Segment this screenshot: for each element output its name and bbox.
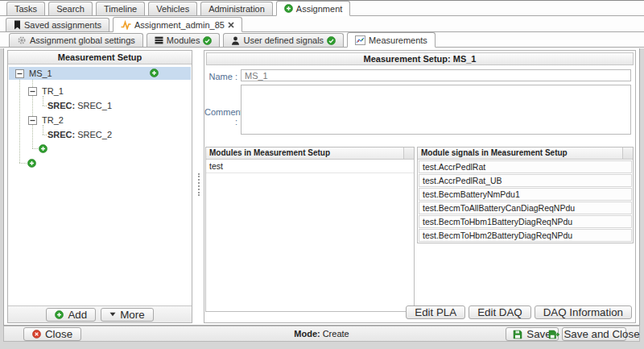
daq-information-button[interactable]: DAQ Information bbox=[535, 305, 632, 319]
signal-list-item[interactable]: test.AccrPedlRat bbox=[419, 160, 632, 173]
measurements-page: Measurement Setup MS_1 TR_1 S bbox=[3, 48, 640, 326]
tree-node-tr1[interactable]: TR_1 bbox=[28, 85, 64, 98]
module-signals-list: Module signals in Measurement Setup test… bbox=[417, 147, 634, 243]
footer-bar: Close Mode:Create Save Save and Close bbox=[3, 326, 640, 342]
signals-list-header: Module signals in Measurement Setup bbox=[418, 147, 633, 160]
main-tabbar: Tasks Search Timeline Vehicles Administr… bbox=[0, 1, 644, 16]
tree-node-srec2[interactable]: SREC: SREC_2 bbox=[47, 128, 112, 141]
tab-modules[interactable]: Modules bbox=[147, 33, 221, 47]
tree-node-srec1[interactable]: SREC: SREC_1 bbox=[47, 99, 112, 112]
assignment-sub-tabbar: Assignment global settings Modules User … bbox=[0, 32, 644, 48]
measurement-setup-panel-title: Measurement Setup bbox=[8, 51, 192, 64]
list-header-corner bbox=[403, 147, 414, 159]
save-and-close-button[interactable]: Save and Close bbox=[562, 327, 626, 341]
tab-timeline[interactable]: Timeline bbox=[96, 2, 145, 15]
tree-connector bbox=[43, 106, 47, 106]
tab-vehicles[interactable]: Vehicles bbox=[148, 2, 197, 15]
measurement-setup-detail-panel: Measurement Setup: MS_1 Name : Comment :… bbox=[204, 50, 636, 323]
tab-user-defined-signals[interactable]: User defined signals bbox=[223, 33, 344, 47]
measurement-setup-panel: Measurement Setup MS_1 TR_1 S bbox=[7, 50, 192, 323]
panel-splitter[interactable] bbox=[194, 50, 204, 323]
modules-list: Modules in Measurement Setup test bbox=[205, 147, 415, 312]
collapse-icon[interactable] bbox=[28, 116, 37, 125]
measurement-setup-tree: MS_1 TR_1 SREC: SREC_1 TR_2 SREC: SREC_2 bbox=[8, 65, 192, 305]
detail-panel-title: Measurement Setup: MS_1 bbox=[206, 52, 634, 65]
tab-measurements[interactable]: Measurements bbox=[347, 32, 436, 48]
tab-search[interactable]: Search bbox=[48, 2, 93, 15]
comment-input[interactable] bbox=[241, 85, 631, 135]
signal-list-item[interactable]: test.BecmToHbm1BatteryDiagReqNPdu bbox=[419, 215, 632, 228]
plus-circle-icon bbox=[284, 4, 293, 13]
tree-connector bbox=[32, 148, 38, 149]
collapse-icon[interactable] bbox=[28, 87, 37, 96]
tree-node-tr2[interactable]: TR_2 bbox=[28, 114, 64, 127]
document-tabbar: Saved assignments Assignment_admin_85 bbox=[0, 16, 644, 32]
add-circle-icon[interactable] bbox=[27, 159, 36, 168]
tab-saved-assignments[interactable]: Saved assignments bbox=[6, 18, 109, 31]
tree-toolbar: Add More bbox=[8, 305, 192, 322]
add-circle-icon[interactable] bbox=[39, 144, 47, 153]
signal-list-item[interactable]: test.BecmToHbm2BatteryDiagReqNPdu bbox=[419, 229, 632, 242]
add-button[interactable]: Add bbox=[46, 308, 96, 322]
modules-list-header: Modules in Measurement Setup bbox=[206, 147, 414, 160]
modules-icon bbox=[155, 36, 163, 44]
collapse-icon[interactable] bbox=[15, 69, 24, 78]
name-label: Name : bbox=[204, 72, 237, 81]
save-arrow-icon bbox=[548, 330, 559, 339]
list-header-corner bbox=[622, 147, 633, 159]
bookmark-icon bbox=[14, 20, 21, 30]
save-icon bbox=[513, 330, 522, 339]
splitter-grip-icon bbox=[198, 173, 200, 196]
comment-label: Comment : bbox=[204, 107, 237, 127]
signal-list-item[interactable]: test.BecmBatteryNmPdu1 bbox=[419, 188, 632, 201]
daq-actions: Edit PLA Edit DAQ DAQ Information bbox=[406, 305, 632, 319]
more-button[interactable]: More bbox=[101, 308, 153, 322]
tree-add-child-node[interactable] bbox=[39, 142, 47, 155]
chart-icon bbox=[355, 35, 365, 45]
tree-connector bbox=[19, 163, 27, 164]
close-icon[interactable] bbox=[228, 22, 234, 28]
edit-pla-button[interactable]: Edit PLA bbox=[406, 305, 465, 319]
check-circle-icon bbox=[327, 36, 336, 45]
signal-list-item[interactable]: test.AccrPedlRat_UB bbox=[419, 174, 632, 187]
gear-icon bbox=[17, 35, 27, 45]
tree-add-root-node[interactable] bbox=[27, 156, 36, 169]
tree-node-ms1[interactable]: MS_1 bbox=[9, 67, 191, 80]
user-icon bbox=[231, 36, 240, 45]
tree-connector bbox=[43, 135, 47, 135]
waveform-icon bbox=[121, 20, 131, 30]
edit-daq-button[interactable]: Edit DAQ bbox=[469, 305, 531, 319]
tab-assignment-admin-85[interactable]: Assignment_admin_85 bbox=[113, 17, 242, 32]
module-list-item[interactable]: test bbox=[206, 160, 414, 173]
signal-list-item[interactable]: test.BecmToAllBatteryCanDiagReqNPdu bbox=[419, 202, 632, 214]
chevron-down-icon bbox=[109, 312, 116, 317]
add-circle-icon[interactable] bbox=[150, 69, 159, 77]
tree-connector bbox=[19, 80, 20, 163]
tab-assignment-global-settings[interactable]: Assignment global settings bbox=[9, 33, 143, 47]
tab-tasks[interactable]: Tasks bbox=[6, 2, 45, 15]
tab-assignment[interactable]: Assignment bbox=[276, 1, 350, 16]
tab-administration[interactable]: Administration bbox=[200, 2, 273, 15]
check-circle-icon bbox=[203, 36, 212, 45]
name-input[interactable] bbox=[241, 69, 631, 81]
add-circle-icon bbox=[55, 310, 64, 319]
